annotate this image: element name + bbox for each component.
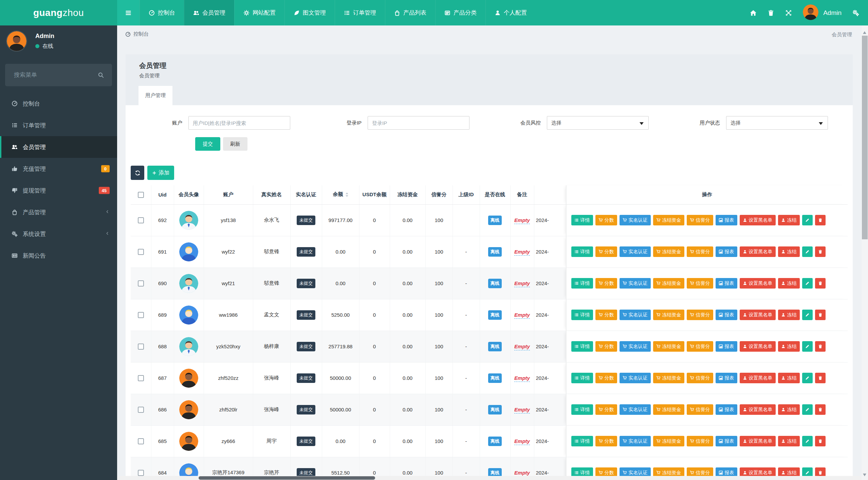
- edit-button[interactable]: [802, 436, 813, 446]
- account-search-input[interactable]: [188, 116, 290, 130]
- delete-button[interactable]: [815, 373, 826, 383]
- risk-select[interactable]: 选择: [547, 116, 649, 130]
- admin-menu[interactable]: Admin: [803, 4, 842, 21]
- select-all-checkbox[interactable]: [138, 192, 144, 198]
- detail-button[interactable]: 详情: [571, 341, 593, 352]
- edit-button[interactable]: [802, 404, 813, 415]
- sidebar-item-console[interactable]: 控制台: [0, 93, 117, 114]
- edit-button[interactable]: [802, 467, 813, 476]
- detail-button[interactable]: 详情: [571, 373, 593, 383]
- nav-item-members[interactable]: 会员管理: [184, 0, 234, 25]
- edit-button[interactable]: [802, 246, 813, 257]
- remark-link[interactable]: Empty: [514, 249, 530, 256]
- nav-item-site-config[interactable]: 网站配置: [234, 0, 284, 25]
- freeze-funds-button[interactable]: 冻结资金: [653, 373, 684, 383]
- realname-verify-button[interactable]: 实名认证: [620, 436, 651, 446]
- freeze-button[interactable]: 冻结: [778, 436, 800, 446]
- freeze-button[interactable]: 冻结: [778, 404, 800, 415]
- detail-button[interactable]: 详情: [571, 310, 593, 320]
- fullscreen-icon[interactable]: [785, 10, 792, 16]
- set-blacklist-button[interactable]: 设置黑名单: [740, 373, 776, 383]
- remark-link[interactable]: Empty: [514, 438, 530, 445]
- remark-link[interactable]: Empty: [514, 312, 530, 319]
- menu-search-input[interactable]: [5, 72, 98, 78]
- credit-score-button[interactable]: 信誉分: [687, 436, 713, 446]
- realname-verify-button[interactable]: 实名认证: [620, 341, 651, 352]
- report-button[interactable]: 报表: [716, 373, 737, 383]
- report-button[interactable]: 报表: [716, 246, 737, 257]
- set-blacklist-button[interactable]: 设置黑名单: [740, 404, 776, 415]
- row-checkbox[interactable]: [138, 407, 144, 413]
- report-button[interactable]: 报表: [716, 215, 737, 225]
- remark-link[interactable]: Empty: [514, 344, 530, 350]
- credit-score-button[interactable]: 信誉分: [687, 341, 713, 352]
- freeze-funds-button[interactable]: 冻结资金: [653, 246, 684, 257]
- report-button[interactable]: 报表: [716, 310, 737, 320]
- detail-button[interactable]: 详情: [571, 278, 593, 289]
- home-icon[interactable]: [750, 10, 757, 16]
- sidebar-toggle-button[interactable]: [117, 0, 140, 25]
- score-button[interactable]: 分数: [595, 436, 617, 446]
- set-blacklist-button[interactable]: 设置黑名单: [740, 310, 776, 320]
- nav-item-console[interactable]: 控制台: [140, 0, 184, 25]
- user-status-select[interactable]: 选择: [726, 116, 828, 130]
- score-button[interactable]: 分数: [595, 310, 617, 320]
- trash-icon[interactable]: [768, 10, 774, 16]
- refresh-button[interactable]: 刷新: [223, 137, 247, 151]
- freeze-button[interactable]: 冻结: [778, 215, 800, 225]
- detail-button[interactable]: 详情: [571, 246, 593, 257]
- edit-button[interactable]: [802, 278, 813, 289]
- remark-link[interactable]: Empty: [514, 470, 530, 476]
- freeze-button[interactable]: 冻结: [778, 278, 800, 289]
- edit-button[interactable]: [802, 310, 813, 320]
- set-blacklist-button[interactable]: 设置黑名单: [740, 246, 776, 257]
- score-button[interactable]: 分数: [595, 341, 617, 352]
- delete-button[interactable]: [815, 246, 826, 257]
- score-button[interactable]: 分数: [595, 246, 617, 257]
- credit-score-button[interactable]: 信誉分: [687, 278, 713, 289]
- freeze-funds-button[interactable]: 冻结资金: [653, 278, 684, 289]
- credit-score-button[interactable]: 信誉分: [687, 215, 713, 225]
- set-blacklist-button[interactable]: 设置黑名单: [740, 341, 776, 352]
- add-member-button[interactable]: 添加: [147, 166, 174, 180]
- realname-verify-button[interactable]: 实名认证: [620, 310, 651, 320]
- freeze-button[interactable]: 冻结: [778, 467, 800, 476]
- row-checkbox[interactable]: [138, 344, 144, 350]
- score-button[interactable]: 分数: [595, 373, 617, 383]
- score-button[interactable]: 分数: [595, 215, 617, 225]
- freeze-funds-button[interactable]: 冻结资金: [653, 341, 684, 352]
- row-checkbox[interactable]: [138, 438, 144, 444]
- sidebar-item-orders[interactable]: 订单管理: [0, 114, 117, 136]
- col-header[interactable]: 余额: [322, 185, 359, 204]
- realname-verify-button[interactable]: 实名认证: [620, 215, 651, 225]
- scroll-up-arrow[interactable]: [863, 30, 866, 34]
- set-blacklist-button[interactable]: 设置黑名单: [740, 436, 776, 446]
- sidebar-item-withdraw[interactable]: 提现管理45: [0, 180, 117, 201]
- report-button[interactable]: 报表: [716, 278, 737, 289]
- nav-item-orders[interactable]: 订单管理: [335, 0, 385, 25]
- login-ip-input[interactable]: [368, 116, 469, 130]
- edit-button[interactable]: [802, 373, 813, 383]
- credit-score-button[interactable]: 信誉分: [687, 310, 713, 320]
- sidebar-item-news[interactable]: 新闻公告: [0, 245, 117, 266]
- remark-link[interactable]: Empty: [514, 217, 530, 224]
- nav-item-media[interactable]: 图文管理: [284, 0, 335, 25]
- delete-button[interactable]: [815, 278, 826, 289]
- set-blacklist-button[interactable]: 设置黑名单: [740, 278, 776, 289]
- nav-item-profile[interactable]: 个人配置: [485, 0, 536, 25]
- freeze-button[interactable]: 冻结: [778, 310, 800, 320]
- row-checkbox[interactable]: [138, 470, 144, 476]
- report-button[interactable]: 报表: [716, 467, 737, 476]
- vertical-scrollbar[interactable]: [862, 25, 868, 480]
- realname-verify-button[interactable]: 实名认证: [620, 373, 651, 383]
- settings-gears-icon[interactable]: [852, 10, 859, 16]
- edit-button[interactable]: [802, 215, 813, 225]
- credit-score-button[interactable]: 信誉分: [687, 373, 713, 383]
- delete-button[interactable]: [815, 215, 826, 225]
- freeze-button[interactable]: 冻结: [778, 341, 800, 352]
- set-blacklist-button[interactable]: 设置黑名单: [740, 215, 776, 225]
- row-checkbox[interactable]: [138, 375, 144, 381]
- realname-verify-button[interactable]: 实名认证: [620, 404, 651, 415]
- sidebar-item-recharge[interactable]: 充值管理0: [0, 158, 117, 180]
- freeze-button[interactable]: 冻结: [778, 246, 800, 257]
